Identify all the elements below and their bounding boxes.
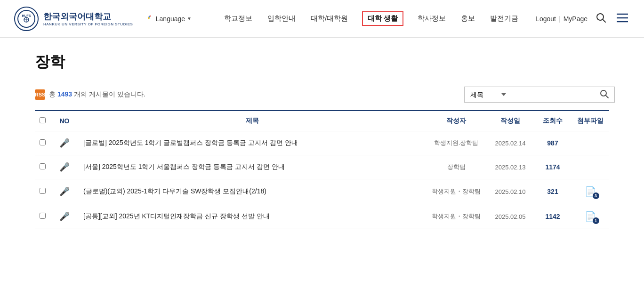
svg-line-6 (603, 19, 605, 22)
attach-badge: 📄 3 (585, 186, 596, 197)
mic-icon: 🎤 (59, 138, 70, 148)
post-views: 321 (534, 179, 572, 204)
google-icon: G (148, 15, 153, 23)
nav-item-development-fund[interactable]: 발전기금 (489, 12, 519, 25)
main-nav: 학교정보 입학안내 대학/대학원 대학 생활 학사정보 홍보 발전기금 (207, 11, 536, 26)
th-title: 제목 (79, 111, 426, 131)
search-right: 제목 (464, 87, 609, 103)
table-row: 🎤[서울] 2025학년도 1학기 서울캠퍼스 장학금 등록금 고지서 감면 안… (35, 155, 609, 179)
attach-count: 3 (593, 192, 599, 199)
post-date: 2025.02.05 (487, 204, 534, 229)
search-type-select[interactable]: 제목 (464, 87, 511, 103)
post-attach (572, 131, 609, 155)
post-views: 987 (534, 131, 572, 155)
search-icon-button[interactable] (594, 11, 608, 26)
attach-count: 1 (593, 217, 599, 224)
th-views: 조회수 (534, 111, 572, 131)
logo-icon: HUFS (14, 7, 39, 31)
post-author: 학생지원.장학팀 (426, 131, 487, 155)
svg-text:HUFS: HUFS (22, 14, 31, 17)
site-header: HUFS 한국외국어대학교 Hankuk University of Forei… (0, 0, 644, 38)
nav-item-school-info[interactable]: 학교정보 (223, 12, 253, 25)
search-input[interactable] (511, 87, 615, 103)
table-header-row: NO 제목 작성자 작성일 조회수 첨부파일 (35, 111, 609, 131)
nav-item-college[interactable]: 대학/대학원 (310, 12, 349, 25)
post-author: 장학팀 (426, 155, 487, 179)
row-checkbox[interactable] (40, 163, 46, 169)
post-attach: 📄 3 (572, 179, 609, 204)
select-all-checkbox[interactable] (40, 117, 46, 123)
rss-icon: RSS (35, 89, 45, 100)
post-date: 2025.02.13 (487, 155, 534, 179)
page-content: 장학 RSS 총 1493 개의 게시물이 있습니다. 제목 (16, 38, 628, 243)
search-icon (596, 13, 606, 23)
mypage-link[interactable]: MyPage (564, 15, 588, 23)
post-attach (572, 155, 609, 179)
language-button[interactable]: G Language ▼ (142, 12, 197, 26)
row-checkbox[interactable] (40, 188, 46, 194)
post-date: 2025.02.10 (487, 179, 534, 204)
search-submit-icon (600, 89, 609, 99)
attach-badge: 📄 1 (585, 211, 596, 222)
language-label: Language (156, 15, 185, 23)
post-attach: 📄 1 (572, 204, 609, 229)
board-table: NO 제목 작성자 작성일 조회수 첨부파일 🎤[글로벌] 2025학년도 1학… (35, 110, 609, 229)
nav-item-academic-info[interactable]: 학사정보 (417, 12, 447, 25)
post-title[interactable]: [글로벌] 2025학년도 1학기 글로벌캠퍼스 장학금 등록금 고지서 감면 … (79, 131, 426, 155)
post-title[interactable]: (글로벌)(교외) 2025-1학기 다우기술 SW장학생 모집안내(2/18) (79, 179, 426, 204)
post-views: 1174 (534, 155, 572, 179)
mic-icon: 🎤 (59, 162, 70, 172)
nav-item-campus-life[interactable]: 대학 생활 (362, 11, 403, 26)
row-checkbox[interactable] (40, 213, 46, 219)
auth-divider: | (559, 15, 561, 23)
logout-link[interactable]: Logout (536, 15, 556, 23)
row-checkbox[interactable] (40, 139, 46, 145)
logo-text: 한국외국어대학교 Hankuk University of Foreign St… (43, 11, 133, 26)
auth-links: Logout | MyPage (536, 15, 588, 23)
mic-icon: 🎤 (59, 212, 70, 221)
logo-korean: 한국외국어대학교 (43, 11, 133, 22)
post-date: 2025.02.14 (487, 131, 534, 155)
post-author: 학생지원・장학팀 (426, 179, 487, 204)
post-count-text: 총 1493 개의 게시물이 있습니다. (49, 90, 145, 99)
search-bar-row: RSS 총 1493 개의 게시물이 있습니다. 제목 (35, 87, 609, 103)
th-checkbox (35, 111, 50, 131)
post-count-number: 1493 (57, 90, 72, 98)
hamburger-icon (617, 13, 628, 23)
post-count-area: RSS 총 1493 개의 게시물이 있습니다. (35, 89, 145, 100)
search-submit-button[interactable] (600, 89, 609, 100)
post-author: 학생지원・장학팀 (426, 204, 487, 229)
th-author: 작성자 (426, 111, 487, 131)
chevron-down-icon: ▼ (187, 16, 192, 21)
nav-item-pr[interactable]: 홍보 (460, 12, 476, 25)
table-row: 🎤(글로벌)(교외) 2025-1학기 다우기술 SW장학생 모집안내(2/18… (35, 179, 609, 204)
hamburger-menu-button[interactable] (615, 11, 630, 26)
post-views: 1142 (534, 204, 572, 229)
table-row: 🎤[글로벌] 2025학년도 1학기 글로벌캠퍼스 장학금 등록금 고지서 감면… (35, 131, 609, 155)
header-right: Logout | MyPage (536, 11, 630, 26)
table-row: 🎤[공통][교외] 2025년 KT디지털인재장학금 신규 장학생 선발 안내학… (35, 204, 609, 229)
logo-english: Hankuk University of Foreign Studies (43, 22, 133, 26)
th-no: NO (50, 111, 79, 131)
th-date: 작성일 (487, 111, 534, 131)
svg-line-11 (606, 95, 609, 98)
post-title[interactable]: [서울] 2025학년도 1학기 서울캠퍼스 장학금 등록금 고지서 감면 안내 (79, 155, 426, 179)
post-title[interactable]: [공통][교외] 2025년 KT디지털인재장학금 신규 장학생 선발 안내 (79, 204, 426, 229)
th-attach: 첨부파일 (572, 111, 609, 131)
page-title: 장학 (35, 52, 609, 72)
mic-icon: 🎤 (59, 187, 70, 196)
nav-item-admissions[interactable]: 입학안내 (266, 12, 297, 25)
logo-area: HUFS 한국외국어대학교 Hankuk University of Forei… (14, 7, 133, 31)
